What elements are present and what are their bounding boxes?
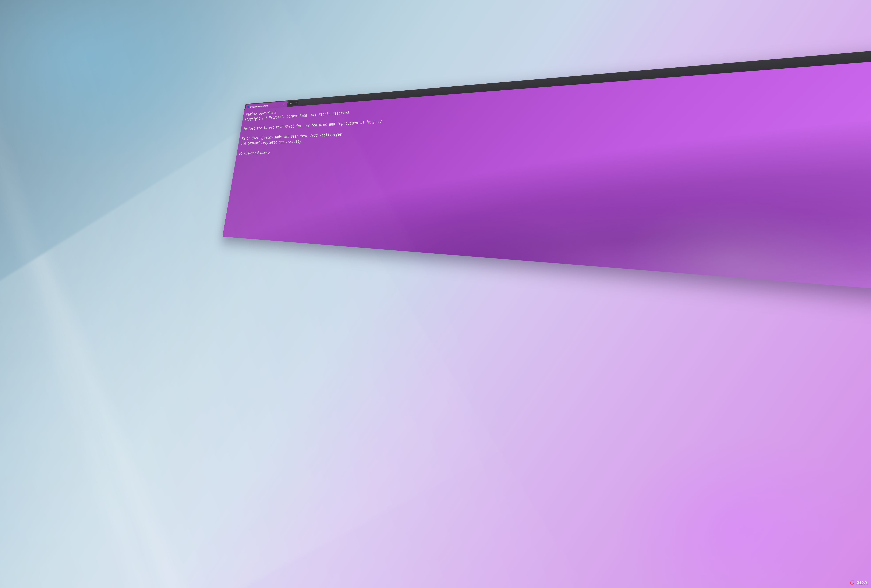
watermark-icon <box>850 580 855 585</box>
new-tab-button[interactable] <box>288 101 294 106</box>
terminal-window: Windows PowerShell <box>223 0 871 392</box>
powershell-icon <box>247 106 249 109</box>
tab-powershell[interactable]: Windows PowerShell <box>245 101 288 110</box>
command-text: sudo net user test /add /active:yes <box>274 132 342 139</box>
tab-dropdown-button[interactable] <box>293 101 299 106</box>
tab-close-button[interactable] <box>282 102 286 106</box>
watermark-text: XDA <box>856 580 868 585</box>
watermark: XDA <box>850 580 868 585</box>
plus-icon <box>290 102 292 105</box>
svg-rect-0 <box>247 106 249 108</box>
close-icon <box>283 103 285 105</box>
titlebar-button-group <box>288 101 299 106</box>
prompt-prefix: PS C:\Users\joaoc> <box>241 135 275 141</box>
chevron-down-icon <box>295 102 297 104</box>
svg-rect-1 <box>247 106 249 108</box>
terminal-body[interactable]: Windows PowerShell Copyright (C) Microso… <box>223 0 871 392</box>
tab-label: Windows PowerShell <box>250 104 268 108</box>
desktop-background: Windows PowerShell <box>0 0 871 588</box>
